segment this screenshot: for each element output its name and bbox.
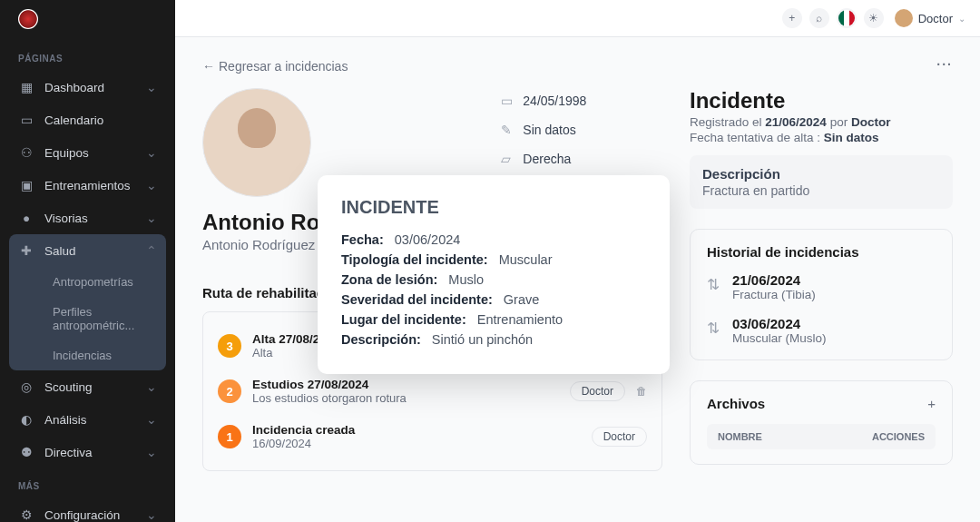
tentative-value: Sin datos	[824, 131, 879, 144]
grid-icon: ▦	[18, 79, 34, 95]
user-menu[interactable]: Doctor ⌄	[895, 9, 965, 27]
club-logo	[18, 9, 38, 29]
tt-value: Sintió un pinchón	[432, 332, 533, 347]
sidebar-section-pages: PÁGINAS	[0, 41, 175, 71]
incident-tentative: Fecha tentativa de alta : Sin datos	[690, 131, 953, 144]
rehab-row-2[interactable]: 2 Estudios 27/08/2024 Los estudios otorg…	[218, 369, 647, 414]
history-row[interactable]: ⇅ 21/06/2024 Fractura (Tibia)	[707, 272, 936, 301]
player-nodata-value: Sin datos	[523, 123, 575, 137]
group-icon: ⚉	[18, 444, 34, 460]
scout-icon: ◎	[18, 379, 34, 395]
user-role-label: Doctor	[918, 12, 953, 25]
back-to-incidents-link[interactable]: ← Regresar a incidencias	[202, 59, 348, 74]
sidebar-label: Salud	[44, 244, 146, 258]
check-icon: ▣	[18, 177, 34, 193]
sidebar-item-entrenamientos[interactable]: ▣ Entrenamientos ⌄	[0, 169, 175, 202]
add-file-button[interactable]: +	[927, 396, 936, 411]
author-pill: Doctor	[592, 427, 647, 447]
player-side-value: Derecha	[523, 152, 571, 166]
files-table-header: NOMBRE ACCIONES	[707, 424, 936, 449]
theme-toggle[interactable]: ☀	[864, 8, 884, 28]
sidebar-item-calendario[interactable]: ▭ Calendario	[0, 103, 175, 136]
sidebar-sub-incidencias[interactable]: Incidencias	[9, 340, 166, 370]
sidebar: PÁGINAS ▦ Dashboard ⌄ ▭ Calendario ⚇ Equ…	[0, 0, 175, 522]
health-icon: ✚	[18, 242, 34, 259]
chevron-down-icon: ⌄	[146, 80, 157, 94]
tentative-prefix: Fecha tentativa de alta :	[690, 131, 824, 144]
tt-value: Entrenamiento	[477, 312, 563, 327]
history-row[interactable]: ⇅ 03/06/2024 Muscular (Muslo)	[707, 316, 936, 345]
sidebar-item-configuracion[interactable]: ⚙ Configuración ⌄	[0, 498, 175, 522]
sidebar-label: Visorias	[44, 212, 146, 225]
tt-value: Muscular	[499, 252, 553, 267]
tt-value: Grave	[504, 292, 540, 307]
sidebar-sub-label: Incidencias	[53, 349, 112, 362]
history-date: 21/06/2024	[732, 272, 816, 288]
history-panel: Historial de incidencias ⇅ 21/06/2024 Fr…	[690, 229, 953, 360]
chevron-down-icon: ⌄	[146, 178, 157, 192]
language-picker[interactable]	[837, 8, 857, 28]
files-title: Archivos	[707, 396, 765, 411]
sun-icon: ☀	[868, 12, 878, 25]
arrow-left-icon: ←	[202, 59, 215, 74]
sidebar-item-dashboard[interactable]: ▦ Dashboard ⌄	[0, 71, 175, 103]
sidebar-item-salud[interactable]: ✚ Salud ⌃	[9, 234, 166, 267]
calendar-icon: ▭	[18, 112, 34, 128]
player-dob: ▭ 24/05/1998	[501, 94, 586, 108]
registered-by: por	[827, 115, 851, 129]
sidebar-item-visorias[interactable]: ● Visorias ⌄	[0, 202, 175, 234]
step-badge-1: 1	[218, 425, 241, 448]
step-badge-2: 2	[218, 379, 241, 403]
sidebar-item-equipos[interactable]: ⚇ Equipos ⌄	[0, 136, 175, 169]
back-label: Regresar a incidencias	[219, 59, 348, 74]
desc-label: Descripción	[702, 166, 940, 182]
sidebar-label: Configuración	[44, 508, 146, 522]
flag-mexico-icon	[838, 10, 855, 26]
player-avatar	[202, 88, 311, 197]
files-panel: Archivos + NOMBRE ACCIONES	[690, 380, 953, 465]
tt-label: Zona de lesión:	[341, 272, 437, 287]
delete-rehab-button[interactable]: 🗑	[636, 385, 647, 398]
tt-label: Fecha:	[341, 232, 384, 247]
sidebar-label: Análisis	[44, 413, 146, 427]
rehab-row-1[interactable]: 1 Incidencia creada 16/09/2024 Doctor	[218, 414, 647, 459]
calendar-icon: ▭	[501, 94, 514, 108]
rehab-row-title: Estudios 27/08/2024	[252, 378, 559, 391]
people-icon: ⚇	[18, 144, 34, 161]
ellipsis-icon: ···	[936, 57, 953, 72]
sidebar-item-directiva[interactable]: ⚉ Directiva ⌄	[0, 436, 175, 468]
tt-label: Tipología del incidente:	[341, 252, 488, 267]
add-button[interactable]: +	[782, 8, 802, 28]
more-menu-button[interactable]: ···	[936, 57, 953, 72]
sidebar-sub-label: Antropometrías	[53, 275, 133, 289]
chart-icon: ◐	[18, 411, 34, 428]
incident-title: Incidente	[690, 88, 953, 113]
search-icon: ⌕	[816, 12, 822, 25]
topbar: + ⌕ ☀ Doctor ⌄	[175, 0, 980, 37]
tooltip-title: INCIDENTE	[341, 197, 646, 218]
history-desc: Fractura (Tibia)	[732, 288, 816, 301]
sidebar-item-analisis[interactable]: ◐ Análisis ⌄	[0, 403, 175, 436]
incident-tooltip: INCIDENTE Fecha:03/06/2024 Tipología del…	[318, 175, 670, 374]
step-badge-3: 3	[218, 334, 241, 358]
trash-icon: 🗑	[636, 385, 647, 398]
tt-label: Descripción:	[341, 332, 421, 347]
sidebar-section-more: MÁS	[0, 468, 175, 498]
player-side: ▱ Derecha	[501, 152, 586, 166]
search-button[interactable]: ⌕	[809, 8, 829, 28]
sidebar-item-scouting[interactable]: ◎ Scouting ⌄	[0, 370, 175, 403]
chevron-down-icon: ⌄	[146, 507, 157, 522]
tt-value: Muslo	[448, 272, 484, 287]
chevron-down-icon: ⌄	[146, 145, 157, 160]
tt-value: 03/06/2024	[395, 232, 461, 247]
sidebar-sub-label: Perfiles antropométric...	[53, 305, 148, 332]
col-actions: ACCIONES	[872, 431, 925, 442]
user-avatar	[895, 9, 913, 27]
sidebar-sub-antropometrias[interactable]: Antropometrías	[9, 267, 166, 297]
pencil-icon: ✎	[501, 123, 514, 137]
chevron-down-icon: ⌄	[146, 445, 157, 459]
sidebar-sub-perfiles[interactable]: Perfiles antropométric...	[9, 297, 166, 340]
sidebar-label: Entrenamientos	[44, 179, 146, 192]
sidebar-label: Directiva	[44, 446, 146, 459]
rehab-row-title: Incidencia creada	[252, 423, 581, 437]
